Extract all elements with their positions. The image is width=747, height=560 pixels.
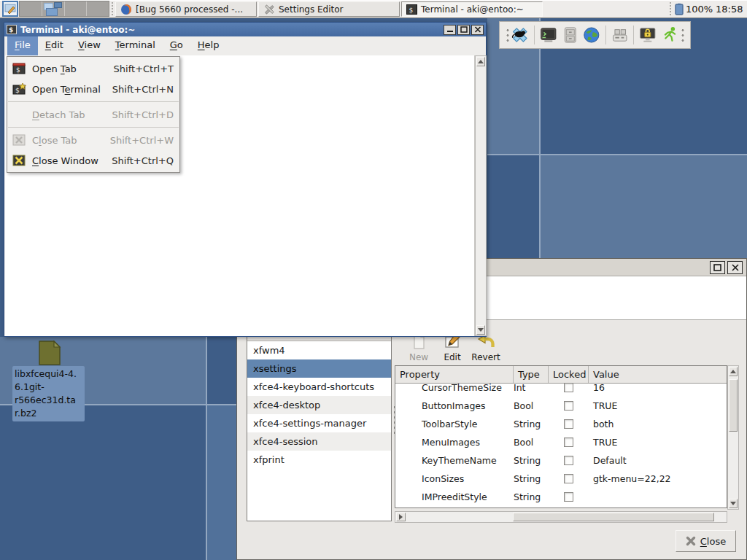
maximize-icon [713,264,721,271]
menu-item-accel: Shift+Ctrl+T [114,63,174,74]
locked-checkbox[interactable] [564,419,573,429]
channel-row-selected[interactable]: xsettings [247,359,391,378]
channel-row[interactable]: xfce4-settings-manager [247,414,391,432]
vertical-scrollbar[interactable] [727,365,739,510]
locked-checkbox[interactable] [564,474,573,483]
scrollbar-thumb[interactable] [513,513,714,521]
table-row[interactable]: ToolbarStyle String both [395,415,727,433]
locked-checkbox[interactable] [564,438,573,447]
menu-label: Terminal [115,39,155,50]
clock[interactable]: 18:58 [716,4,743,15]
dock-handle[interactable] [506,28,509,42]
close-window-button[interactable] [727,261,743,274]
property-value: TRUE [589,437,727,448]
property-table: Property Type Locked Value CursorThemeSi… [395,365,727,508]
property-type: Bool [514,400,549,411]
table-row[interactable]: ButtonImages Bool TRUE [395,397,727,415]
locked-checkbox[interactable] [564,492,573,502]
menu-item-open-terminal[interactable]: $ Open Terminal Shift+Ctrl+N [7,79,179,99]
table-row[interactable]: IMPreeditStyle String [395,488,727,502]
archive-file-icon[interactable] [35,337,64,368]
locked-checkbox[interactable] [564,456,573,465]
menu-file[interactable]: File [7,36,38,55]
window-title: Terminal - aki@entoo:~ [20,25,442,35]
web-browser-icon[interactable] [582,25,601,45]
maximize-button[interactable] [710,261,725,274]
logout-icon[interactable] [660,25,679,45]
desktop-icon-label[interactable]: libxfcequi4-4. 6.1git- r566ec31d.ta r.bz… [12,366,85,421]
dock-handle[interactable] [681,28,684,42]
close-icon [732,264,739,271]
menu-edit[interactable]: Edit [38,36,71,55]
print-manager-icon[interactable] [611,25,630,45]
channel-row[interactable]: xfce4-keyboard-shortcuts [247,378,391,396]
close-button[interactable] [471,25,484,35]
table-row[interactable]: KeyThemeName String Default [395,451,727,470]
channel-row[interactable]: xfwm4 [247,341,391,359]
workspace-2-active[interactable] [42,1,65,16]
minimize-icon [446,26,454,33]
menu-separator [8,101,179,102]
scroll-up-button[interactable] [476,57,485,66]
table-row[interactable]: MenuImages Bool TRUE [395,433,727,451]
file-manager-icon[interactable] [561,25,580,45]
taskbar-button-label: Settings Editor [279,4,344,15]
channel-name: xfwm4 [253,345,285,356]
table-row[interactable]: CursorThemeSize Int 16 [395,378,727,397]
desktop-icon-label-line: 6.1git- [15,381,82,394]
up-arrow-icon [730,370,736,373]
battery-percentage: 100% [686,4,713,15]
menu-terminal[interactable]: Terminal [108,36,163,55]
menu-item-close-window[interactable]: Close Window Shift+Ctrl+Q [7,150,179,171]
menu-help[interactable]: Help [190,36,227,55]
taskbar-button-firefox[interactable]: [Bug 5660 processed -... [115,1,257,17]
channel-name: xsettings [253,363,297,374]
panel-launcher-icon[interactable] [2,1,18,17]
menu-item-accel: Shift+Ctrl+D [112,109,174,120]
horizontal-scrollbar[interactable] [395,511,727,523]
channel-row[interactable]: xfprint [247,451,391,469]
terminal-scrollbar[interactable] [475,55,487,336]
terminal-titlebar[interactable]: $ Terminal - aki@entoo:~ [4,23,486,36]
channel-row[interactable]: xfce4-desktop [247,396,391,414]
menu-item-close-tab[interactable]: Close Tab Shift+Ctrl+W [7,130,179,150]
property-name: KeyThemeName [395,455,514,466]
taskbar-button-settings-editor[interactable]: Settings Editor [258,1,400,17]
menu-view[interactable]: View [71,36,108,55]
scroll-down-button[interactable] [729,499,738,508]
scroll-right-button[interactable] [396,513,406,521]
table-row[interactable]: IconSizes String gtk-menu=22,22 [395,470,727,488]
minimize-button[interactable] [444,25,456,35]
menu-go[interactable]: Go [163,36,190,55]
property-value: gtk-menu=22,22 [589,473,727,484]
workspace-4[interactable] [87,1,109,16]
tools-icon [263,4,275,15]
taskbar-button-terminal[interactable]: $ Terminal - aki@entoo:~ [401,1,543,17]
menu-item-detach-tab[interactable]: Detach Tab Shift+Ctrl+D [7,104,179,125]
taskbar-button-label: Terminal - aki@entoo:~ [421,4,524,15]
locked-checkbox[interactable] [564,383,573,392]
locked-checkbox[interactable] [564,401,573,411]
edit-button-label: Edit [444,352,460,362]
svg-text:$: $ [16,66,20,74]
scroll-up-button[interactable] [729,367,738,376]
workspace-pager[interactable] [19,1,109,17]
locked-cell [549,456,589,465]
channel-row[interactable]: xfce4-session [247,432,391,451]
channel-name: xfprint [253,454,285,465]
maximize-button[interactable] [457,25,470,35]
new-button-label: New [409,352,428,362]
battery-icon[interactable] [675,3,684,15]
firefox-icon [120,4,132,15]
close-window-icon [12,154,28,167]
lock-screen-icon[interactable] [638,25,657,45]
scroll-down-button[interactable] [476,325,485,335]
scrollbar-thumb[interactable] [729,379,738,432]
workspace-3[interactable] [65,1,88,16]
menu-item-open-tab[interactable]: $ Open Tab Shift+Ctrl+T [7,58,179,79]
terminal-launcher-icon[interactable] [539,25,558,45]
locked-cell [549,438,589,447]
close-button[interactable]: Close [676,530,736,552]
xfce-menu-icon[interactable] [511,25,530,45]
workspace-1[interactable] [20,1,42,16]
